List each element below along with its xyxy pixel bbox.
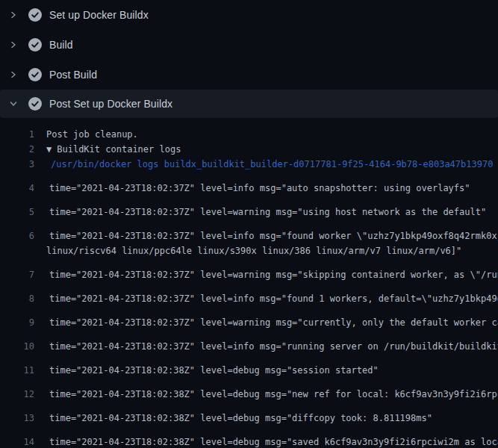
group-collapse-icon[interactable]: ▼ — [46, 144, 52, 155]
log-line-text: time="2021-04-23T18:02:37Z" level=warnin… — [34, 205, 486, 220]
log-line-text: time="2021-04-23T18:02:37Z" level=warnin… — [34, 267, 498, 282]
step-post-set-up-docker-buildx[interactable]: Post Set up Docker Buildx — [0, 90, 498, 118]
log-panel: 1Post job cleanup.2▼BuildKit container l… — [0, 118, 498, 448]
line-number[interactable]: 5 — [0, 205, 34, 220]
line-number[interactable]: 11 — [0, 363, 34, 378]
check-circle-icon — [28, 8, 42, 22]
log-row: 11time="2021-04-23T18:02:38Z" level=debu… — [0, 354, 498, 378]
step-list: Set up Docker Buildx Build Post Build Po… — [0, 0, 498, 118]
chevron-right-icon — [7, 39, 19, 51]
check-circle-icon — [28, 68, 42, 81]
log-row: 5time="2021-04-23T18:02:37Z" level=warni… — [0, 196, 498, 220]
log-row: 4time="2021-04-23T18:02:37Z" level=info … — [0, 172, 498, 196]
line-number[interactable]: 2 — [0, 142, 34, 157]
step-label: Build — [49, 39, 73, 51]
line-number[interactable]: 10 — [0, 339, 34, 354]
log-line-text: time="2021-04-23T18:02:37Z" level=info m… — [34, 291, 498, 306]
step-post-build[interactable]: Post Build — [0, 60, 498, 90]
line-number[interactable]: 12 — [0, 387, 34, 402]
log-row: 13time="2021-04-23T18:02:38Z" level=debu… — [0, 402, 498, 426]
log-lines: 1Post job cleanup.2▼BuildKit container l… — [0, 127, 498, 448]
log-row: 7time="2021-04-23T18:02:37Z" level=warni… — [0, 258, 498, 282]
log-row: 1Post job cleanup. — [0, 127, 498, 142]
log-line-text: time="2021-04-23T18:02:38Z" level=debug … — [34, 363, 379, 378]
log-group-header[interactable]: ▼BuildKit container logs — [34, 142, 181, 157]
chevron-down-icon — [7, 98, 19, 110]
log-line-text: time="2021-04-23T18:02:38Z" level=debug … — [34, 387, 498, 402]
line-number[interactable]: 3 — [0, 157, 34, 172]
line-number[interactable]: 14 — [0, 435, 34, 448]
step-label: Post Set up Docker Buildx — [49, 98, 172, 110]
log-line-text: time="2021-04-23T18:02:38Z" level=debug … — [34, 435, 498, 448]
line-number[interactable]: 9 — [0, 315, 34, 330]
step-label: Post Build — [49, 69, 97, 81]
chevron-right-icon — [7, 69, 19, 81]
log-line-text: time="2021-04-23T18:02:37Z" level=info m… — [34, 339, 498, 354]
log-line-text: linux/riscv64 linux/ppc64le linux/s390x … — [34, 243, 461, 258]
group-label[interactable]: BuildKit container logs — [57, 144, 181, 155]
line-number[interactable]: 13 — [0, 411, 34, 426]
log-row: 6time="2021-04-23T18:02:37Z" level=info … — [0, 220, 498, 243]
log-row: 10time="2021-04-23T18:02:37Z" level=info… — [0, 330, 498, 354]
step-build[interactable]: Build — [0, 30, 498, 60]
check-circle-icon — [28, 38, 42, 52]
line-number[interactable]: 6 — [0, 228, 34, 243]
line-number[interactable]: 8 — [0, 291, 34, 306]
step-label: Set up Docker Buildx — [49, 9, 149, 21]
log-line-text: Post job cleanup. — [34, 127, 138, 142]
log-line-text: time="2021-04-23T18:02:38Z" level=debug … — [34, 411, 432, 426]
log-row: linux/riscv64 linux/ppc64le linux/s390x … — [0, 243, 498, 258]
line-number[interactable]: 7 — [0, 267, 34, 282]
chevron-right-icon — [7, 9, 19, 21]
log-line-text: time="2021-04-23T18:02:37Z" level=info m… — [34, 181, 470, 196]
line-number[interactable]: 1 — [0, 127, 34, 142]
log-row: 3/usr/bin/docker logs buildx_buildkit_bu… — [0, 157, 498, 172]
log-row: 14time="2021-04-23T18:02:38Z" level=debu… — [0, 426, 498, 448]
log-row: 8time="2021-04-23T18:02:37Z" level=info … — [0, 282, 498, 306]
command-text: /usr/bin/docker logs buildx_buildkit_bui… — [34, 157, 493, 172]
log-row: 2▼BuildKit container logs — [0, 142, 498, 157]
line-number[interactable]: 4 — [0, 181, 34, 196]
log-row: 12time="2021-04-23T18:02:38Z" level=debu… — [0, 378, 498, 402]
step-set-up-docker-buildx[interactable]: Set up Docker Buildx — [0, 0, 498, 30]
line-number — [0, 243, 34, 258]
log-line-text: time="2021-04-23T18:02:37Z" level=warnin… — [34, 315, 498, 330]
log-line-text: time="2021-04-23T18:02:37Z" level=info m… — [34, 228, 498, 243]
check-circle-icon — [28, 97, 42, 111]
log-row: 9time="2021-04-23T18:02:37Z" level=warni… — [0, 306, 498, 330]
